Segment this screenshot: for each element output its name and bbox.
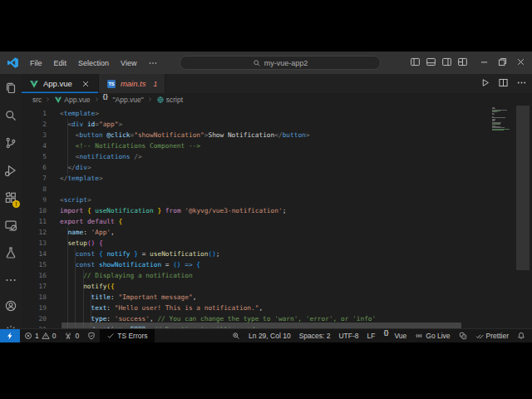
- code-line: 17 notify({: [22, 281, 532, 292]
- activity-search[interactable]: [0, 101, 22, 129]
- activity-additional-views[interactable]: [0, 266, 22, 293]
- code-line: 2 <div id="app">: [22, 119, 532, 130]
- code-line: 12 name: 'App',: [22, 227, 532, 238]
- status-bar-right: Ln 29, Col 10Spaces: 2UTF-8LF{}VueGo Liv…: [228, 329, 532, 342]
- code-line: 11export default {: [22, 216, 532, 227]
- layout-controls: [410, 56, 468, 71]
- code-line: 16 // Displaying a notification: [22, 270, 532, 281]
- code-line: 6 </div>: [22, 162, 532, 173]
- editor-actions: [480, 74, 527, 93]
- status-go-live[interactable]: Go Live: [411, 329, 454, 342]
- more-actions-button[interactable]: [516, 76, 527, 91]
- line-number: 20: [22, 313, 47, 324]
- layout-sidebar-button[interactable]: [410, 56, 421, 71]
- activity-remote-explorer[interactable]: [0, 211, 22, 239]
- code-line: 19 text: "Hello user! This is a notifica…: [22, 303, 532, 313]
- menu-more[interactable]: [142, 58, 164, 68]
- code-line: 7</template>: [22, 173, 532, 184]
- command-center-search[interactable]: my-vue-app2: [180, 56, 381, 70]
- vertical-scrollbar[interactable]: [516, 106, 530, 270]
- close-tab-button[interactable]: [81, 79, 91, 89]
- more-icon: [148, 58, 158, 68]
- activity-source-control[interactable]: [0, 129, 22, 156]
- more-icon: [516, 77, 527, 88]
- status-ts-errors[interactable]: TS Errors: [100, 329, 154, 342]
- breadcrumb-item[interactable]: script: [166, 96, 183, 104]
- code-line: 14 const { notify } = useNotification();: [22, 249, 532, 259]
- status-text: Ln 29, Col 10: [249, 332, 291, 340]
- status-text: Prettier: [486, 332, 509, 340]
- line-number: 2: [22, 119, 47, 130]
- line-number: 3: [22, 130, 47, 140]
- status-text: 0: [52, 332, 57, 340]
- code-line: 18 title: "Important message",: [22, 292, 532, 303]
- tab-app.vue[interactable]: App.vue: [22, 74, 99, 93]
- line-number: 18: [22, 292, 47, 303]
- braces-icon: {}: [103, 96, 111, 104]
- status-eol[interactable]: LF: [363, 329, 380, 342]
- lightning-icon: [6, 332, 14, 340]
- layout-sidebar-right-button[interactable]: [441, 56, 452, 71]
- tab-label: main.ts: [121, 79, 146, 88]
- menu-edit[interactable]: Edit: [48, 59, 73, 67]
- layout-grid-button[interactable]: [457, 56, 468, 71]
- more-icon: [4, 273, 17, 287]
- status-extension-status[interactable]: [455, 329, 471, 342]
- activity-extensions[interactable]: !: [0, 184, 22, 211]
- status-remote-indicator[interactable]: [0, 329, 20, 342]
- menu-view[interactable]: View: [115, 59, 142, 67]
- code-line: 4 <!-- Notifications Component -->: [22, 140, 532, 151]
- error-icon: [24, 332, 32, 340]
- run-debug-icon: [4, 164, 17, 177]
- close-icon: [515, 57, 526, 67]
- layout-panel-button[interactable]: [426, 56, 436, 71]
- line-number: 15: [22, 259, 47, 270]
- layout-grid-icon: [457, 57, 468, 67]
- activity-testing[interactable]: [0, 239, 22, 266]
- line-number: 7: [22, 173, 47, 184]
- remote-explorer-icon: [4, 219, 17, 232]
- double-check-icon: [475, 332, 484, 340]
- restore-button[interactable]: [497, 56, 508, 71]
- code-editor[interactable]: 1<template>2 <div id="app">3 <button @cl…: [22, 106, 532, 329]
- tab-main.ts[interactable]: TSmain.ts1: [99, 74, 165, 93]
- status-encoding[interactable]: UTF-8: [334, 329, 362, 342]
- code-line: 13 setup() {: [22, 238, 532, 249]
- run-file-button[interactable]: [480, 76, 490, 91]
- breadcrumb-item[interactable]: src: [32, 96, 42, 104]
- status-ports[interactable]: 0: [60, 329, 83, 342]
- search-icon: [4, 109, 17, 122]
- breadcrumb-item[interactable]: "App.vue": [113, 96, 144, 104]
- activity-accounts[interactable]: [0, 293, 22, 318]
- zoom-icon: [232, 332, 240, 340]
- code-line: 1<template>: [22, 108, 532, 119]
- status-problems[interactable]: 10: [20, 329, 60, 342]
- bell-icon: [517, 332, 525, 340]
- minimize-button[interactable]: [479, 56, 490, 71]
- status-text: Spaces: 2: [299, 332, 331, 340]
- search-label: my-vue-app2: [264, 59, 308, 67]
- close-button[interactable]: [515, 56, 526, 71]
- minimize-icon: [479, 57, 490, 67]
- braces-icon: {}: [383, 332, 392, 340]
- status-cursor-position[interactable]: Ln 29, Col 10: [244, 329, 295, 342]
- code-line: 15 const showNotification = () => {: [22, 259, 532, 270]
- breadcrumb-item[interactable]: App.vue: [64, 96, 90, 104]
- code-line: 8: [22, 184, 532, 195]
- status-screencast-zoom[interactable]: [228, 329, 244, 342]
- status-indentation[interactable]: Spaces: 2: [295, 329, 335, 342]
- line-number: 5: [22, 151, 47, 162]
- menu-selection[interactable]: Selection: [72, 59, 115, 67]
- status-workspace-trust[interactable]: [83, 329, 100, 342]
- tab-label: App.vue: [43, 79, 72, 88]
- status-notifications[interactable]: [513, 329, 530, 342]
- status-prettier[interactable]: Prettier: [471, 329, 513, 342]
- layout-panel-icon: [426, 57, 436, 67]
- activity-explorer[interactable]: [0, 74, 22, 101]
- split-editor-button[interactable]: [498, 76, 509, 91]
- restore-icon: [497, 57, 508, 67]
- menu-file[interactable]: File: [24, 59, 48, 67]
- status-language-mode[interactable]: {}Vue: [379, 329, 411, 342]
- minimap[interactable]: [492, 107, 514, 157]
- activity-run-and-debug[interactable]: [0, 156, 22, 184]
